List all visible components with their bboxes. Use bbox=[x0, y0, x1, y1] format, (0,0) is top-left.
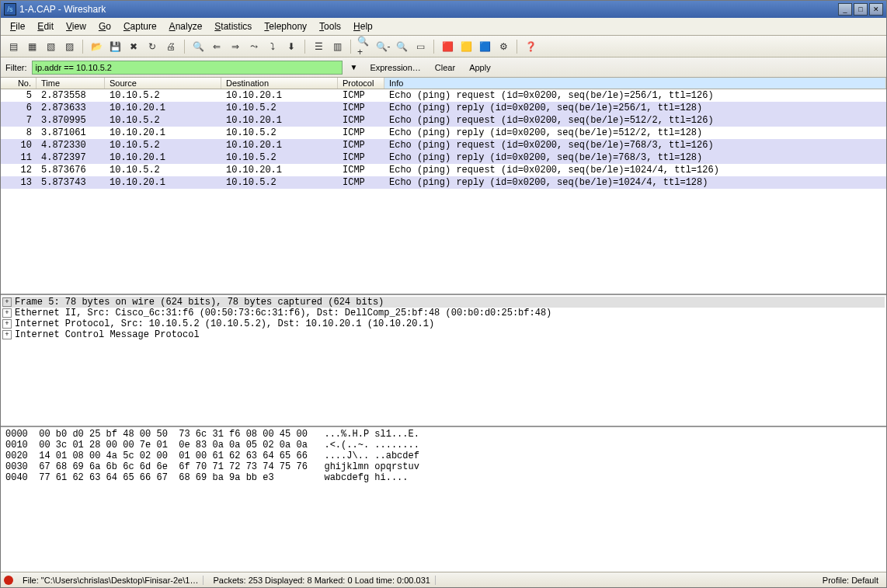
packet-row[interactable]: 73.87099510.10.5.210.10.20.1ICMPEcho (pi… bbox=[1, 114, 886, 127]
cell-src: 10.10.5.2 bbox=[105, 139, 221, 151]
status-profile: Profile: Default bbox=[818, 576, 883, 585]
fwd-icon[interactable]: ⇒ bbox=[228, 39, 243, 54]
packet-row[interactable]: 104.87233010.10.5.210.10.20.1ICMPEcho (p… bbox=[1, 139, 886, 151]
packet-row[interactable]: 114.87239710.10.20.110.10.5.2ICMPEcho (p… bbox=[1, 151, 886, 164]
cell-info: Echo (ping) reply (id=0x0200, seq(be/le)… bbox=[384, 176, 886, 189]
back-icon[interactable]: ⇐ bbox=[209, 39, 224, 54]
last-icon[interactable]: ⤵ bbox=[265, 39, 280, 54]
cell-src: 10.10.5.2 bbox=[105, 89, 221, 102]
menu-analyze[interactable]: Analyze bbox=[163, 19, 209, 33]
cell-src: 10.10.5.2 bbox=[105, 114, 221, 127]
cell-proto: ICMP bbox=[338, 127, 384, 139]
cell-time: 3.871061 bbox=[37, 127, 105, 139]
menu-statistics[interactable]: Statistics bbox=[208, 19, 258, 33]
status-file: File: "C:\Users\chrislas\Desktop\Finisar… bbox=[18, 576, 203, 585]
card3-icon[interactable]: ▨ bbox=[61, 39, 77, 54]
toolbar-separator bbox=[184, 40, 185, 54]
status-packets: Packets: 253 Displayed: 8 Marked: 0 Load… bbox=[208, 576, 435, 585]
reload-icon[interactable]: ↻ bbox=[144, 39, 160, 54]
cell-no: 5 bbox=[1, 89, 37, 102]
cell-dst: 10.10.20.1 bbox=[221, 114, 338, 127]
cell-info: Echo (ping) reply (id=0x0200, seq(be/le)… bbox=[384, 127, 886, 139]
packet-list-header: No. Time Source Destination Protocol Inf… bbox=[1, 78, 886, 89]
list-icon[interactable]: ▤ bbox=[5, 39, 21, 54]
detail-row[interactable]: +Ethernet II, Src: Cisco_6c:31:f6 (00:50… bbox=[2, 308, 885, 318]
apply-button[interactable]: Apply bbox=[464, 63, 496, 72]
detail-row[interactable]: +Internet Protocol, Src: 10.10.5.2 (10.1… bbox=[2, 318, 885, 329]
zoomin-icon[interactable]: 🔍+ bbox=[357, 39, 372, 54]
detail-text: Ethernet II, Src: Cisco_6c:31:f6 (00:50:… bbox=[15, 308, 551, 318]
card2-icon[interactable]: ▧ bbox=[43, 39, 58, 54]
menu-view[interactable]: View bbox=[60, 19, 92, 33]
menu-go[interactable]: Go bbox=[92, 19, 117, 33]
packet-bytes-pane[interactable]: 0000 00 b0 d0 25 bf 48 00 50 73 6c 31 f6… bbox=[1, 427, 886, 572]
menu-edit[interactable]: Edit bbox=[31, 19, 60, 33]
detail-text: Internet Protocol, Src: 10.10.5.2 (10.10… bbox=[15, 318, 434, 329]
zoom1-icon[interactable]: 🔍 bbox=[394, 39, 409, 54]
packet-details-pane[interactable]: +Frame 5: 78 bytes on wire (624 bits), 7… bbox=[1, 295, 886, 427]
card-icon[interactable]: ▦ bbox=[24, 39, 40, 54]
cell-dst: 10.10.20.1 bbox=[221, 139, 338, 151]
zoomout-icon[interactable]: 🔍- bbox=[375, 39, 391, 54]
menu-tools[interactable]: Tools bbox=[313, 19, 347, 33]
filter-dropdown-icon[interactable]: ▼ bbox=[347, 63, 361, 71]
expand-icon[interactable]: + bbox=[2, 308, 12, 318]
save-icon[interactable]: 💾 bbox=[107, 39, 123, 54]
view1-icon[interactable]: ☰ bbox=[311, 39, 326, 54]
print-icon[interactable]: 🖨 bbox=[163, 39, 179, 54]
jump-icon[interactable]: ⤳ bbox=[246, 39, 262, 54]
col-no[interactable]: No. bbox=[1, 78, 37, 89]
cell-dst: 10.10.5.2 bbox=[221, 176, 338, 189]
packet-row[interactable]: 83.87106110.10.20.110.10.5.2ICMPEcho (pi… bbox=[1, 127, 886, 139]
color2-icon[interactable]: 🟨 bbox=[458, 39, 474, 54]
view2-icon[interactable]: ▥ bbox=[329, 39, 345, 54]
toolbar: ▤▦▧▨📂💾✖↻🖨🔍⇐⇒⤳⤵⬇☰▥🔍+🔍-🔍▭🟥🟨🟦⚙❓ bbox=[1, 36, 886, 57]
filter-input[interactable] bbox=[32, 61, 343, 75]
open-icon[interactable]: 📂 bbox=[89, 39, 104, 54]
prefs-icon[interactable]: ⚙ bbox=[496, 39, 511, 54]
close-icon[interactable]: ✖ bbox=[126, 39, 141, 54]
packet-row[interactable]: 125.87367610.10.5.210.10.20.1ICMPEcho (p… bbox=[1, 164, 886, 176]
detail-row[interactable]: +Frame 5: 78 bytes on wire (624 bits), 7… bbox=[2, 297, 885, 308]
toolbar-separator bbox=[517, 40, 517, 54]
detail-row[interactable]: +Internet Control Message Protocol bbox=[2, 329, 885, 340]
cell-proto: ICMP bbox=[338, 139, 384, 151]
col-source[interactable]: Source bbox=[105, 78, 221, 89]
color3-icon[interactable]: 🟦 bbox=[477, 39, 492, 54]
cell-src: 10.10.20.1 bbox=[105, 102, 221, 114]
cell-time: 3.870995 bbox=[37, 114, 105, 127]
expression-button[interactable]: Expression… bbox=[365, 63, 425, 72]
minimize-button[interactable]: _ bbox=[838, 3, 852, 16]
cell-src: 10.10.20.1 bbox=[105, 151, 221, 164]
cell-no: 11 bbox=[1, 151, 37, 164]
maximize-button[interactable]: □ bbox=[854, 3, 868, 16]
menu-capture[interactable]: Capture bbox=[117, 19, 163, 33]
expand-icon[interactable]: + bbox=[2, 330, 12, 339]
fit-icon[interactable]: ▭ bbox=[412, 39, 428, 54]
window-title: 1-A.CAP - Wireshark bbox=[19, 4, 106, 15]
menu-telephony[interactable]: Telephony bbox=[258, 19, 313, 33]
col-time[interactable]: Time bbox=[37, 78, 105, 89]
detail-text: Frame 5: 78 bytes on wire (624 bits), 78… bbox=[15, 297, 384, 308]
find-icon[interactable]: 🔍 bbox=[190, 39, 206, 54]
expand-icon[interactable]: + bbox=[2, 319, 12, 329]
cell-info: Echo (ping) request (id=0x0200, seq(be/l… bbox=[384, 114, 886, 127]
packet-row[interactable]: 135.87374310.10.20.110.10.5.2ICMPEcho (p… bbox=[1, 176, 886, 189]
packet-row[interactable]: 52.87355810.10.5.210.10.20.1ICMPEcho (pi… bbox=[1, 89, 886, 102]
col-destination[interactable]: Destination bbox=[221, 78, 338, 89]
col-info[interactable]: Info bbox=[384, 78, 886, 89]
close-button[interactable]: ✕ bbox=[869, 3, 883, 16]
help-icon[interactable]: ❓ bbox=[523, 39, 538, 54]
expand-icon[interactable]: + bbox=[2, 297, 12, 307]
cell-no: 6 bbox=[1, 102, 37, 114]
down-icon[interactable]: ⬇ bbox=[283, 39, 299, 54]
menu-help[interactable]: Help bbox=[347, 19, 379, 33]
cell-src: 10.10.20.1 bbox=[105, 176, 221, 189]
cell-proto: ICMP bbox=[338, 89, 384, 102]
color1-icon[interactable]: 🟥 bbox=[440, 39, 455, 54]
col-protocol[interactable]: Protocol bbox=[338, 78, 384, 89]
menu-file[interactable]: File bbox=[4, 19, 31, 33]
toolbar-separator bbox=[82, 40, 83, 54]
packet-row[interactable]: 62.87363310.10.20.110.10.5.2ICMPEcho (pi… bbox=[1, 102, 886, 114]
clear-button[interactable]: Clear bbox=[430, 63, 460, 72]
